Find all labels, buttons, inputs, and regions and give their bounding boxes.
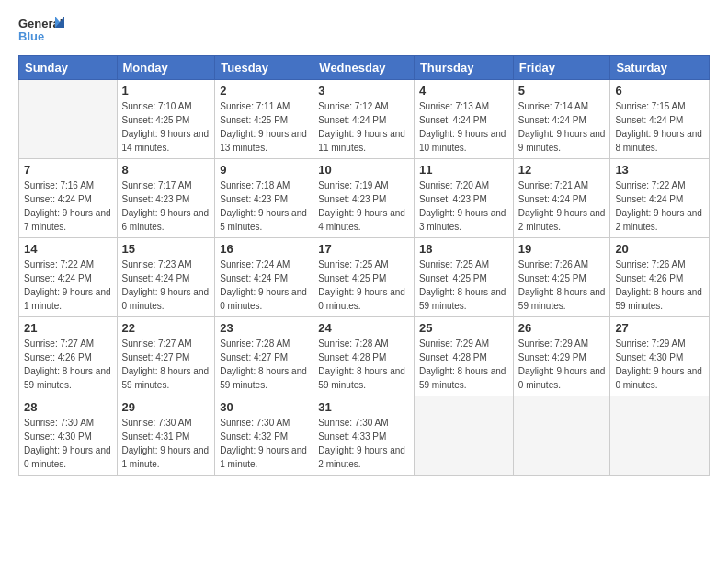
day-info: Sunrise: 7:15 AMSunset: 4:24 PMDaylight:… [615, 99, 704, 155]
day-number: 29 [122, 400, 210, 414]
calendar-cell: 21Sunrise: 7:27 AMSunset: 4:26 PMDayligh… [19, 317, 118, 396]
day-info: Sunrise: 7:16 AMSunset: 4:24 PMDaylight:… [24, 178, 112, 234]
day-info: Sunrise: 7:26 AMSunset: 4:26 PMDaylight:… [615, 258, 704, 313]
day-number: 30 [220, 400, 308, 414]
calendar-cell: 27Sunrise: 7:29 AMSunset: 4:30 PMDayligh… [610, 317, 710, 396]
day-number: 10 [318, 163, 409, 177]
col-header-sunday: Sunday [19, 56, 118, 80]
day-number: 2 [220, 84, 308, 98]
day-number: 20 [615, 242, 704, 256]
calendar-cell: 11Sunrise: 7:20 AMSunset: 4:23 PMDayligh… [414, 159, 513, 238]
logo: GeneralBlue [18, 15, 64, 46]
calendar-cell: 19Sunrise: 7:26 AMSunset: 4:25 PMDayligh… [513, 238, 610, 317]
day-info: Sunrise: 7:27 AMSunset: 4:27 PMDaylight:… [122, 337, 210, 392]
day-info: Sunrise: 7:27 AMSunset: 4:26 PMDaylight:… [24, 337, 112, 392]
calendar-cell: 3Sunrise: 7:12 AMSunset: 4:24 PMDaylight… [313, 80, 415, 159]
day-number: 9 [220, 163, 308, 177]
day-info: Sunrise: 7:30 AMSunset: 4:33 PMDaylight:… [318, 416, 409, 471]
calendar-cell: 9Sunrise: 7:18 AMSunset: 4:23 PMDaylight… [215, 159, 313, 238]
day-number: 25 [419, 321, 508, 335]
day-number: 1 [122, 84, 210, 98]
page: GeneralBlue SundayMondayTuesdayWednesday… [0, 0, 728, 563]
day-info: Sunrise: 7:20 AMSunset: 4:23 PMDaylight:… [419, 178, 508, 234]
calendar-cell: 16Sunrise: 7:24 AMSunset: 4:24 PMDayligh… [215, 238, 313, 317]
day-info: Sunrise: 7:25 AMSunset: 4:25 PMDaylight:… [318, 258, 409, 313]
calendar-week-2: 7Sunrise: 7:16 AMSunset: 4:24 PMDaylight… [19, 159, 710, 238]
calendar-cell: 14Sunrise: 7:22 AMSunset: 4:24 PMDayligh… [19, 238, 118, 317]
calendar-week-5: 28Sunrise: 7:30 AMSunset: 4:30 PMDayligh… [19, 396, 710, 476]
day-info: Sunrise: 7:29 AMSunset: 4:28 PMDaylight:… [419, 337, 508, 392]
calendar-table: SundayMondayTuesdayWednesdayThursdayFrid… [18, 55, 710, 476]
calendar-cell: 24Sunrise: 7:28 AMSunset: 4:28 PMDayligh… [313, 317, 415, 396]
calendar-cell: 6Sunrise: 7:15 AMSunset: 4:24 PMDaylight… [610, 80, 710, 159]
logo-svg: GeneralBlue [18, 15, 64, 46]
calendar-cell: 7Sunrise: 7:16 AMSunset: 4:24 PMDaylight… [19, 159, 118, 238]
day-number: 14 [24, 242, 112, 256]
day-info: Sunrise: 7:30 AMSunset: 4:31 PMDaylight:… [122, 416, 210, 471]
day-info: Sunrise: 7:24 AMSunset: 4:24 PMDaylight:… [220, 258, 308, 313]
calendar-week-4: 21Sunrise: 7:27 AMSunset: 4:26 PMDayligh… [19, 317, 710, 396]
day-info: Sunrise: 7:30 AMSunset: 4:30 PMDaylight:… [24, 416, 112, 471]
col-header-friday: Friday [513, 56, 610, 80]
day-info: Sunrise: 7:10 AMSunset: 4:25 PMDaylight:… [122, 99, 210, 155]
calendar-cell: 29Sunrise: 7:30 AMSunset: 4:31 PMDayligh… [117, 396, 215, 476]
calendar-cell: 5Sunrise: 7:14 AMSunset: 4:24 PMDaylight… [513, 80, 610, 159]
calendar-cell: 31Sunrise: 7:30 AMSunset: 4:33 PMDayligh… [313, 396, 415, 476]
calendar-week-3: 14Sunrise: 7:22 AMSunset: 4:24 PMDayligh… [19, 238, 710, 317]
col-header-wednesday: Wednesday [313, 56, 415, 80]
calendar-cell: 2Sunrise: 7:11 AMSunset: 4:25 PMDaylight… [215, 80, 313, 159]
day-info: Sunrise: 7:29 AMSunset: 4:29 PMDaylight:… [518, 337, 606, 392]
calendar-cell: 10Sunrise: 7:19 AMSunset: 4:23 PMDayligh… [313, 159, 415, 238]
day-info: Sunrise: 7:23 AMSunset: 4:24 PMDaylight:… [122, 258, 210, 313]
calendar-cell: 17Sunrise: 7:25 AMSunset: 4:25 PMDayligh… [313, 238, 415, 317]
day-number: 8 [122, 163, 210, 177]
svg-text:Blue: Blue [18, 29, 44, 43]
day-info: Sunrise: 7:18 AMSunset: 4:23 PMDaylight:… [220, 178, 308, 234]
calendar-header-row: SundayMondayTuesdayWednesdayThursdayFrid… [19, 56, 710, 80]
day-info: Sunrise: 7:11 AMSunset: 4:25 PMDaylight:… [220, 99, 308, 155]
calendar-cell [610, 396, 710, 476]
day-number: 23 [220, 321, 308, 335]
calendar-cell: 15Sunrise: 7:23 AMSunset: 4:24 PMDayligh… [117, 238, 215, 317]
calendar-cell: 8Sunrise: 7:17 AMSunset: 4:23 PMDaylight… [117, 159, 215, 238]
day-number: 12 [518, 163, 606, 177]
calendar-cell: 12Sunrise: 7:21 AMSunset: 4:24 PMDayligh… [513, 159, 610, 238]
calendar-week-1: 1Sunrise: 7:10 AMSunset: 4:25 PMDaylight… [19, 80, 710, 159]
day-info: Sunrise: 7:21 AMSunset: 4:24 PMDaylight:… [518, 178, 606, 234]
calendar-cell: 20Sunrise: 7:26 AMSunset: 4:26 PMDayligh… [610, 238, 710, 317]
day-number: 17 [318, 242, 409, 256]
day-info: Sunrise: 7:28 AMSunset: 4:28 PMDaylight:… [318, 337, 409, 392]
calendar-cell: 25Sunrise: 7:29 AMSunset: 4:28 PMDayligh… [414, 317, 513, 396]
col-header-monday: Monday [117, 56, 215, 80]
day-number: 19 [518, 242, 606, 256]
day-info: Sunrise: 7:17 AMSunset: 4:23 PMDaylight:… [122, 178, 210, 234]
header: GeneralBlue [18, 15, 710, 46]
day-number: 5 [518, 84, 606, 98]
col-header-saturday: Saturday [610, 56, 710, 80]
calendar-cell: 22Sunrise: 7:27 AMSunset: 4:27 PMDayligh… [117, 317, 215, 396]
calendar-cell: 28Sunrise: 7:30 AMSunset: 4:30 PMDayligh… [19, 396, 118, 476]
day-number: 11 [419, 163, 508, 177]
day-info: Sunrise: 7:25 AMSunset: 4:25 PMDaylight:… [419, 258, 508, 313]
day-number: 27 [615, 321, 704, 335]
day-info: Sunrise: 7:29 AMSunset: 4:30 PMDaylight:… [615, 337, 704, 392]
day-info: Sunrise: 7:12 AMSunset: 4:24 PMDaylight:… [318, 99, 409, 155]
day-number: 31 [318, 400, 409, 414]
day-info: Sunrise: 7:22 AMSunset: 4:24 PMDaylight:… [615, 178, 704, 234]
calendar-cell: 13Sunrise: 7:22 AMSunset: 4:24 PMDayligh… [610, 159, 710, 238]
calendar-cell: 4Sunrise: 7:13 AMSunset: 4:24 PMDaylight… [414, 80, 513, 159]
calendar-cell [19, 80, 118, 159]
day-number: 6 [615, 84, 704, 98]
day-number: 7 [24, 163, 112, 177]
calendar-cell: 23Sunrise: 7:28 AMSunset: 4:27 PMDayligh… [215, 317, 313, 396]
day-info: Sunrise: 7:30 AMSunset: 4:32 PMDaylight:… [220, 416, 308, 471]
day-info: Sunrise: 7:22 AMSunset: 4:24 PMDaylight:… [24, 258, 112, 313]
day-number: 13 [615, 163, 704, 177]
day-info: Sunrise: 7:14 AMSunset: 4:24 PMDaylight:… [518, 99, 606, 155]
day-number: 26 [518, 321, 606, 335]
day-number: 15 [122, 242, 210, 256]
day-info: Sunrise: 7:26 AMSunset: 4:25 PMDaylight:… [518, 258, 606, 313]
day-info: Sunrise: 7:19 AMSunset: 4:23 PMDaylight:… [318, 178, 409, 234]
day-number: 4 [419, 84, 508, 98]
calendar-cell: 26Sunrise: 7:29 AMSunset: 4:29 PMDayligh… [513, 317, 610, 396]
